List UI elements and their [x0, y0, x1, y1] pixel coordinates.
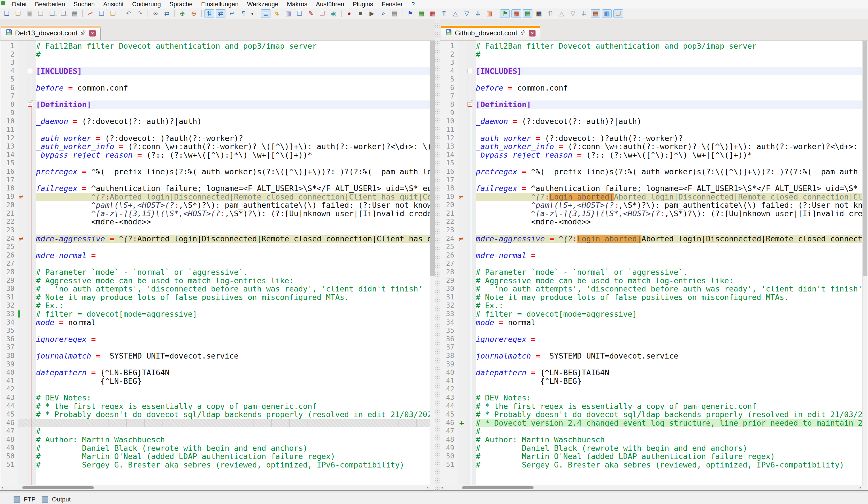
code-text[interactable]: datepattern = {^LN-BEG}TAI64N — [476, 368, 862, 377]
code-text[interactable]: # filter = dovecot[mode=aggressive] — [36, 310, 430, 318]
code-text[interactable] — [476, 226, 862, 234]
code-text[interactable]: ignoreregex = — [476, 335, 862, 344]
scroll-right-arrow-icon[interactable]: ▸ — [859, 485, 861, 490]
fold-marker-open[interactable] — [467, 69, 472, 73]
code-text[interactable]: # Martin O'Neal (added LDAP authenticati… — [36, 452, 430, 461]
close-tab-icon[interactable]: × — [529, 30, 536, 36]
code-text[interactable]: [INCLUDES] — [36, 67, 430, 75]
code-text[interactable] — [476, 260, 862, 268]
code-text[interactable]: <mdre-<mode>> — [476, 218, 862, 226]
code-text[interactable]: # Parameter `mode` - `normal` or `aggres… — [476, 268, 862, 276]
code-text[interactable] — [36, 260, 430, 268]
code-text[interactable]: _auth_worker_info = (?:conn \w+:auth(?:-… — [36, 142, 430, 151]
code-text[interactable] — [36, 176, 430, 185]
code-text[interactable]: # Author: Martin Waschbuesch — [36, 435, 430, 444]
code-text[interactable] — [476, 126, 862, 134]
menu-datei[interactable]: Datei — [8, 0, 31, 9]
toolbar-cp-show-only-diffs-icon[interactable]: ▦ — [591, 9, 600, 18]
fold-marker-open[interactable] — [28, 69, 32, 73]
code-text[interactable] — [476, 59, 862, 67]
code-text[interactable]: # 'no auth attempts', 'disconnected befo… — [36, 285, 430, 293]
menu-plugins[interactable]: Plugins — [348, 0, 377, 9]
code-text[interactable]: # DEV Notes: — [476, 393, 862, 402]
toolbar-cp-stats-icon[interactable]: ▦ — [534, 9, 544, 18]
code-text[interactable]: _auth_worker_info = (?:conn \w+:auth(?:-… — [476, 142, 862, 151]
code-text[interactable]: # * Probably doesn't do dovecot sql/ldap… — [36, 410, 430, 419]
code-text[interactable]: ^[a-z\-]{3,15}\(\S*,<HOST>(?:,\S*)?\): (… — [36, 209, 430, 218]
code-text[interactable]: failregex = ^authentication failure; log… — [476, 184, 862, 193]
toolbar-save-all-icon[interactable]: ❒ — [36, 9, 45, 18]
toolbar-cp-next-diff-disabled-icon[interactable]: ▽ — [568, 9, 578, 18]
code-text[interactable]: _daemon = (?:dovecot(?:-auth)?|auth) — [476, 117, 862, 126]
code-text[interactable] — [476, 109, 862, 117]
code-text[interactable] — [36, 327, 430, 335]
scroll-right-arrow-icon[interactable]: ▸ — [427, 485, 429, 490]
code-text[interactable]: prefregex = ^%(__prefix_line)s(?:%(_auth… — [36, 168, 430, 176]
code-text[interactable]: mode = normal — [36, 318, 430, 327]
code-text[interactable]: ^pam\(\S+,<HOST>(?:,\S*)?\): pam_authent… — [36, 201, 430, 209]
left-vertical-scrollbar[interactable] — [430, 41, 435, 485]
right-code-area[interactable]: 1# Fail2Ban filter Dovecot authenticatio… — [440, 41, 862, 485]
scrollbar-thumb[interactable] — [462, 486, 534, 489]
code-text[interactable]: # Daniel Black (rewrote with begin and e… — [476, 444, 862, 452]
toolbar-file-monitoring-icon[interactable]: ◉ — [329, 9, 339, 18]
code-text[interactable]: # DEV Notes: — [36, 393, 430, 402]
toolbar-macro-play-icon[interactable]: ▶ — [367, 9, 377, 18]
pin-icon[interactable] — [81, 29, 86, 37]
code-text[interactable] — [36, 109, 430, 117]
code-text[interactable]: # — [476, 427, 862, 435]
toolbar-cp-last-diff-icon[interactable]: ⇊ — [473, 9, 483, 18]
code-text[interactable]: # * Probably doesn't do dovecot sql/ldap… — [476, 410, 862, 419]
left-code-area[interactable]: 1# Fail2Ban filter Dovecot authenticatio… — [0, 41, 430, 485]
scroll-left-arrow-icon[interactable]: ◂ — [441, 485, 443, 490]
fold-marker-open[interactable] — [467, 102, 472, 107]
toolbar-close-file-icon[interactable]: ❏− — [47, 9, 57, 18]
code-text[interactable]: prefregex = ^%(__prefix_line)s(?:%(_auth… — [476, 168, 862, 176]
left-horizontal-scrollbar[interactable]: ◂ ▸ — [0, 485, 430, 490]
right-horizontal-scrollbar[interactable]: ◂ ▸ — [440, 485, 862, 490]
code-text[interactable]: ^pam\(\S+,<HOST>(?:,\S*)?\): pam_authent… — [476, 201, 862, 209]
pane-splitter[interactable] — [435, 19, 440, 491]
code-text[interactable]: _bypass_reject_reason = (?:: (?:\w+\([^\… — [476, 151, 862, 159]
toolbar-new-file-icon[interactable]: ❏ — [2, 9, 12, 18]
code-text[interactable]: # Ex.: — [36, 301, 430, 310]
code-text[interactable]: before = common.conf — [476, 84, 862, 92]
code-text[interactable]: datepattern = {^LN-BEG}TAI64N — [36, 368, 430, 377]
code-text[interactable]: # * Dovecot version 2.4 changed event lo… — [476, 419, 862, 427]
toolbar-copy-icon[interactable]: ❐ — [97, 9, 106, 18]
code-text[interactable] — [476, 385, 862, 393]
toolbar-cp-prev-diff-icon[interactable]: △ — [451, 9, 460, 18]
right-vertical-scrollbar[interactable] — [862, 41, 868, 485]
menu-codierung[interactable]: Codierung — [128, 0, 165, 9]
menu-sprache[interactable]: Sprache — [165, 0, 197, 9]
toolbar-style-marker-icon[interactable]: ✎ — [306, 9, 316, 18]
code-text[interactable]: _auth_worker = (?:dovecot: )?auth(?:-wor… — [476, 134, 862, 143]
menu-werkzeuge[interactable]: Werkzeuge — [243, 0, 283, 9]
toolbar-cp-diff-summary-icon[interactable]: ▥ — [485, 9, 494, 18]
code-text[interactable] — [476, 75, 862, 84]
code-text[interactable]: # — [36, 50, 430, 59]
menu-ansicht[interactable]: Ansicht — [99, 0, 128, 9]
toolbar-document-map-icon[interactable]: ▥ — [283, 9, 293, 18]
code-text[interactable] — [36, 126, 430, 134]
code-text[interactable] — [476, 92, 862, 101]
code-text[interactable]: # 'no auth attempts', 'disconnected befo… — [476, 285, 862, 293]
toolbar-macro-save-icon[interactable]: ▦ — [390, 9, 399, 18]
toolbar-macro-run-multiple-icon[interactable]: » — [378, 9, 388, 18]
toolbar-word-wrap-icon[interactable]: ↵ — [227, 9, 237, 18]
code-text[interactable]: _auth_worker = (?:dovecot: )?auth(?:-wor… — [36, 134, 430, 143]
toolbar-cp-prev-diff-disabled-icon[interactable]: △ — [557, 9, 566, 18]
toolbar-undo-icon[interactable]: ↶ — [124, 9, 133, 18]
toolbar-redo-icon[interactable]: ↷ — [135, 9, 145, 18]
toolbar-folder-as-workspace-icon[interactable]: ❒ — [318, 9, 327, 18]
code-text[interactable]: [Definition] — [476, 101, 862, 109]
code-text[interactable]: {^LN-BEG} — [36, 377, 430, 386]
menu-makros[interactable]: Makros — [283, 0, 311, 9]
code-text[interactable]: mdre-normal = — [476, 251, 862, 260]
panel-tab-ftp[interactable]: FTP — [21, 496, 38, 503]
code-text[interactable]: # — [476, 50, 862, 59]
toolbar-indent-guide-icon[interactable]: ≣ — [261, 9, 270, 18]
code-text[interactable]: _daemon = (?:dovecot(?:-auth)?|auth) — [36, 117, 430, 126]
code-text[interactable]: journalmatch = _SYSTEMD_UNIT=dovecot.ser… — [476, 352, 862, 360]
code-text[interactable] — [36, 159, 430, 168]
